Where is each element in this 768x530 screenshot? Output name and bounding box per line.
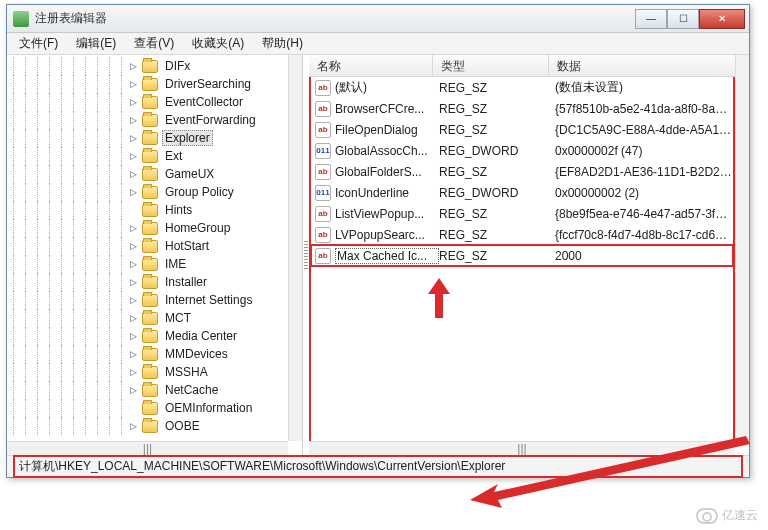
list-hscrollbar[interactable]: ||| bbox=[309, 441, 735, 455]
tree-node[interactable]: ▷Explorer bbox=[7, 129, 288, 147]
expander-icon[interactable]: ▷ bbox=[127, 420, 139, 432]
folder-icon bbox=[142, 420, 158, 433]
expander-icon[interactable]: ▷ bbox=[127, 168, 139, 180]
list-row[interactable]: abFileOpenDialogREG_SZ{DC1C5A9C-E88A-4dd… bbox=[311, 119, 733, 140]
tree-vscrollbar[interactable] bbox=[288, 55, 302, 441]
watermark: 亿速云 bbox=[696, 507, 758, 524]
menu-view[interactable]: 查看(V) bbox=[126, 33, 182, 54]
tree-node[interactable]: ▷MSSHA bbox=[7, 363, 288, 381]
expander-icon[interactable]: ▷ bbox=[127, 222, 139, 234]
tree-node-label: NetCache bbox=[162, 383, 221, 397]
tree-node[interactable]: ▷Group Policy bbox=[7, 183, 288, 201]
expander-icon[interactable]: ▷ bbox=[127, 294, 139, 306]
tree-node[interactable]: ▷MMDevices bbox=[7, 345, 288, 363]
tree-node[interactable]: ▷IME bbox=[7, 255, 288, 273]
expander-icon[interactable]: ▷ bbox=[127, 348, 139, 360]
folder-icon bbox=[142, 294, 158, 307]
list-body[interactable]: ab(默认)REG_SZ(数值未设置)abBrowserCFCre...REG_… bbox=[309, 77, 735, 441]
expander-icon[interactable]: ▷ bbox=[127, 240, 139, 252]
tree-node[interactable]: ▷Installer bbox=[7, 273, 288, 291]
tree-node[interactable]: Hints bbox=[7, 201, 288, 219]
tree-node-label: Internet Settings bbox=[162, 293, 255, 307]
tree-node[interactable]: ▷Internet Settings bbox=[7, 291, 288, 309]
expander-icon[interactable]: ▷ bbox=[127, 330, 139, 342]
expander-icon[interactable]: ▷ bbox=[127, 186, 139, 198]
expander-icon[interactable]: ▷ bbox=[127, 78, 139, 90]
expander-icon[interactable] bbox=[127, 204, 139, 216]
value-name: ListViewPopup... bbox=[335, 207, 439, 221]
expander-icon[interactable]: ▷ bbox=[127, 96, 139, 108]
list-row[interactable]: abBrowserCFCre...REG_SZ{57f8510b-a5e2-41… bbox=[311, 98, 733, 119]
expander-icon[interactable]: ▷ bbox=[127, 366, 139, 378]
tree-node[interactable]: ▷OOBE bbox=[7, 417, 288, 435]
col-header-type[interactable]: 类型 bbox=[433, 55, 549, 76]
list-row[interactable]: 011IconUnderlineREG_DWORD0x00000002 (2) bbox=[311, 182, 733, 203]
folder-icon bbox=[142, 222, 158, 235]
dword-icon: 011 bbox=[315, 185, 331, 201]
tree-node[interactable]: ▷HomeGroup bbox=[7, 219, 288, 237]
value-type: REG_DWORD bbox=[439, 186, 555, 200]
expander-icon[interactable]: ▷ bbox=[127, 312, 139, 324]
value-data: {EF8AD2D1-AE36-11D1-B2D2-0060 bbox=[555, 165, 733, 179]
list-row[interactable]: abListViewPopup...REG_SZ{8be9f5ea-e746-4… bbox=[311, 203, 733, 224]
list-row[interactable]: 011GlobalAssocCh...REG_DWORD0x0000002f (… bbox=[311, 140, 733, 161]
tree-node[interactable]: ▷GameUX bbox=[7, 165, 288, 183]
string-icon: ab bbox=[315, 206, 331, 222]
tree-scroll-area[interactable]: ▷DIFx▷DriverSearching▷EventCollector▷Eve… bbox=[7, 55, 288, 441]
title-bar[interactable]: 注册表编辑器 — ☐ ✕ bbox=[7, 5, 749, 33]
expander-icon[interactable]: ▷ bbox=[127, 384, 139, 396]
value-type: REG_SZ bbox=[439, 102, 555, 116]
close-button[interactable]: ✕ bbox=[699, 9, 745, 29]
expander-icon[interactable]: ▷ bbox=[127, 114, 139, 126]
folder-icon bbox=[142, 132, 158, 145]
expander-icon[interactable]: ▷ bbox=[127, 258, 139, 270]
menu-file[interactable]: 文件(F) bbox=[11, 33, 66, 54]
expander-icon[interactable]: ▷ bbox=[127, 60, 139, 72]
tree-node[interactable]: OEMInformation bbox=[7, 399, 288, 417]
tree-node[interactable]: ▷Ext bbox=[7, 147, 288, 165]
list-row[interactable]: ab(默认)REG_SZ(数值未设置) bbox=[311, 77, 733, 98]
minimize-button[interactable]: — bbox=[635, 9, 667, 29]
tree-node[interactable]: ▷EventCollector bbox=[7, 93, 288, 111]
list-vscrollbar[interactable] bbox=[735, 55, 749, 441]
watermark-text: 亿速云 bbox=[722, 507, 758, 524]
tree-node-label: MSSHA bbox=[162, 365, 211, 379]
expander-icon[interactable]: ▷ bbox=[127, 276, 139, 288]
list-row[interactable]: abMax Cached Ic...REG_SZ2000 bbox=[311, 245, 733, 266]
tree-node[interactable]: ▷DIFx bbox=[7, 57, 288, 75]
expander-icon[interactable]: ▷ bbox=[127, 132, 139, 144]
tree-node-label: HomeGroup bbox=[162, 221, 233, 235]
folder-icon bbox=[142, 240, 158, 253]
tree-node-label: HotStart bbox=[162, 239, 212, 253]
tree-node[interactable]: ▷DriverSearching bbox=[7, 75, 288, 93]
tree-node-label: GameUX bbox=[162, 167, 217, 181]
folder-icon bbox=[142, 312, 158, 325]
expander-icon[interactable]: ▷ bbox=[127, 150, 139, 162]
content-area: ▷DIFx▷DriverSearching▷EventCollector▷Eve… bbox=[7, 55, 749, 455]
string-icon: ab bbox=[315, 227, 331, 243]
value-data: {fccf70c8-f4d7-4d8b-8c17-cd6715e bbox=[555, 228, 733, 242]
col-header-data[interactable]: 数据 bbox=[549, 55, 749, 76]
tree-node[interactable]: ▷MCT bbox=[7, 309, 288, 327]
expander-icon[interactable] bbox=[127, 402, 139, 414]
menu-edit[interactable]: 编辑(E) bbox=[68, 33, 124, 54]
tree-hscrollbar[interactable]: ||| bbox=[7, 441, 288, 455]
list-row[interactable]: abGlobalFolderS...REG_SZ{EF8AD2D1-AE36-1… bbox=[311, 161, 733, 182]
folder-icon bbox=[142, 150, 158, 163]
col-header-name[interactable]: 名称 bbox=[309, 55, 433, 76]
tree-node-label: OOBE bbox=[162, 419, 203, 433]
list-row[interactable]: abLVPopupSearc...REG_SZ{fccf70c8-f4d7-4d… bbox=[311, 224, 733, 245]
folder-icon bbox=[142, 348, 158, 361]
tree-node[interactable]: ▷NetCache bbox=[7, 381, 288, 399]
value-name: (默认) bbox=[335, 79, 439, 96]
menu-favorites[interactable]: 收藏夹(A) bbox=[184, 33, 252, 54]
value-type: REG_SZ bbox=[439, 81, 555, 95]
tree-node[interactable]: ▷HotStart bbox=[7, 237, 288, 255]
tree-node[interactable]: ▷EventForwarding bbox=[7, 111, 288, 129]
value-name: Max Cached Ic... bbox=[335, 248, 439, 264]
menu-help[interactable]: 帮助(H) bbox=[254, 33, 311, 54]
maximize-button[interactable]: ☐ bbox=[667, 9, 699, 29]
value-name: BrowserCFCre... bbox=[335, 102, 439, 116]
registry-tree: ▷DIFx▷DriverSearching▷EventCollector▷Eve… bbox=[7, 55, 288, 435]
tree-node[interactable]: ▷Media Center bbox=[7, 327, 288, 345]
